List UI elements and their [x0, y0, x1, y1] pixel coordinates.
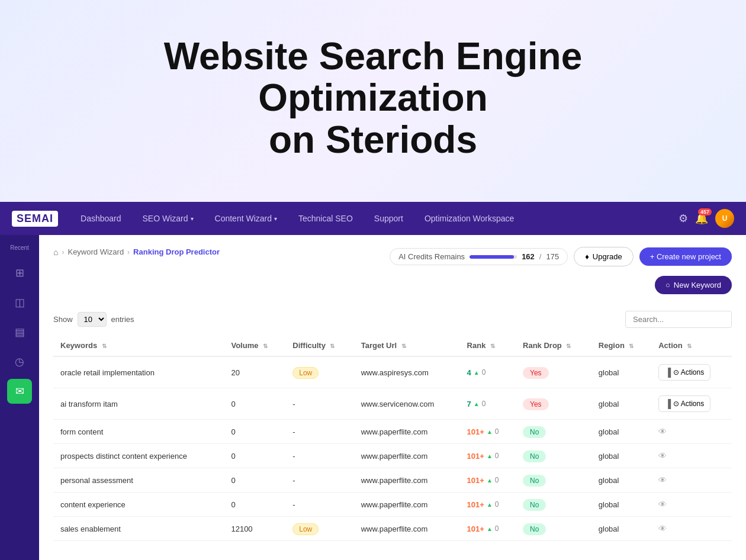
rank-cell: 101+ ▲ 0	[467, 500, 509, 509]
sidebar-icon-card[interactable]: ◫	[7, 290, 32, 315]
create-project-button[interactable]: + Create new project	[639, 247, 732, 266]
nav-optimization-workspace[interactable]: Optimization Workspace	[416, 202, 522, 235]
user-avatar[interactable]: U	[715, 209, 734, 228]
credits-current: 162	[522, 252, 535, 261]
col-region[interactable]: Region ⇅	[591, 335, 651, 356]
rank-cell: 101+ ▲ 0	[467, 476, 509, 485]
cell-target-url: www.paperflite.com	[354, 420, 460, 444]
table-row: content experience 0 - www.paperflite.co…	[53, 493, 732, 517]
sort-icon: ⇅	[490, 343, 495, 349]
logo[interactable]: SEMAI	[12, 211, 58, 227]
cell-region: global	[591, 517, 651, 541]
table-row: form content 0 - www.paperflite.com 101+…	[53, 420, 732, 444]
eye-icon[interactable]: 👁	[658, 475, 667, 485]
entries-select[interactable]: 10 25 50	[78, 312, 107, 327]
sidebar-icon-clock[interactable]: ◷	[7, 349, 32, 374]
sidebar-label: Recent	[10, 242, 29, 256]
rank-number: 101+	[467, 524, 484, 533]
cell-difficulty: -	[285, 420, 353, 444]
col-rank[interactable]: Rank ⇅	[460, 335, 516, 356]
page-content: ⌂ › Keyword Wizard › Ranking Drop Predic…	[39, 235, 746, 560]
eye-icon[interactable]: 👁	[658, 500, 667, 509]
rank-number: 101+	[467, 476, 484, 485]
cell-rank: 101+ ▲ 0	[460, 468, 516, 493]
cell-target-url: www.aspiresys.com	[354, 356, 460, 388]
cell-action: ▐ ⊙ Actions	[651, 356, 732, 388]
cell-keyword: oracle retail implementation	[53, 356, 224, 388]
cell-rank: 101+ ▲ 0	[460, 420, 516, 444]
nav-seo-wizard[interactable]: SEO Wizard ▾	[134, 202, 202, 235]
rank-arrow-icon: ▲	[487, 453, 493, 459]
bar-chart-icon: ▐	[665, 399, 671, 408]
eye-icon[interactable]: 👁	[658, 427, 667, 436]
cell-rank-drop: Yes	[516, 388, 591, 420]
table-row: sales enablement 12100 Low www.paperflit…	[53, 517, 732, 541]
sidebar-icon-table[interactable]: ▤	[7, 320, 32, 345]
rank-arrow-icon: ▲	[487, 429, 493, 435]
entries-label: entries	[111, 315, 134, 324]
sidebar-icon-layers[interactable]: ⊞	[7, 260, 32, 285]
difficulty-value: -	[292, 476, 295, 485]
table-controls: Show 10 25 50 entries	[53, 311, 732, 328]
col-action[interactable]: Action ⇅	[651, 335, 732, 356]
difficulty-value: -	[292, 500, 295, 509]
col-difficulty[interactable]: Difficulty ⇅	[285, 335, 353, 356]
rank-arrow-icon: ▲	[487, 501, 493, 508]
breadcrumb: ⌂ › Keyword Wizard › Ranking Drop Predic…	[53, 247, 220, 257]
credits-bar: AI Credits Remains 162 /175	[390, 248, 568, 265]
cell-rank-drop: No	[516, 420, 591, 444]
cell-rank: 101+ ▲ 0	[460, 493, 516, 517]
nav-dashboard[interactable]: Dashboard	[72, 202, 130, 235]
rank-cell: 101+ ▲ 0	[467, 427, 509, 436]
search-input[interactable]	[625, 311, 732, 328]
cell-difficulty: Low	[285, 356, 353, 388]
breadcrumb-keyword-wizard[interactable]: Keyword Wizard	[67, 247, 124, 256]
cell-action: 👁	[651, 493, 732, 517]
rank-drop-value: 0	[495, 427, 499, 436]
cell-region: global	[591, 468, 651, 493]
main-content: Recent ⊞ ◫ ▤ ◷ ✉ ⌂ › Keyword Wizard › Ra…	[0, 235, 746, 560]
col-rank-drop[interactable]: Rank Drop ⇅	[516, 335, 591, 356]
credits-label: AI Credits Remains	[398, 252, 465, 261]
col-keywords[interactable]: Keywords ⇅	[53, 335, 224, 356]
show-entries: Show 10 25 50 entries	[53, 312, 134, 327]
eye-icon[interactable]: 👁	[658, 451, 667, 461]
cell-keyword: ai transform itam	[53, 388, 224, 420]
col-volume[interactable]: Volume ⇅	[224, 335, 285, 356]
cell-difficulty: Low	[285, 517, 353, 541]
actions-button[interactable]: ▐ ⊙ Actions	[658, 395, 710, 412]
cell-rank-drop: Yes	[516, 356, 591, 388]
actions-button[interactable]: ▐ ⊙ Actions	[658, 364, 710, 381]
sidebar-icon-chat[interactable]: ✉	[7, 379, 32, 404]
settings-icon[interactable]: ⚙	[679, 212, 688, 225]
cell-keyword: personal assessment	[53, 468, 224, 493]
rank-drop-value: 0	[495, 452, 499, 460]
nav-support[interactable]: Support	[366, 202, 411, 235]
nav-content-wizard[interactable]: Content Wizard ▾	[207, 202, 285, 235]
eye-icon[interactable]: 👁	[658, 524, 667, 533]
cell-volume: 0	[224, 468, 285, 493]
breadcrumb-home-icon[interactable]: ⌂	[53, 247, 58, 257]
cell-rank: 101+ ▲ 0	[460, 517, 516, 541]
cell-region: global	[591, 388, 651, 420]
cell-volume: 12100	[224, 517, 285, 541]
nav-technical-seo[interactable]: Technical SEO	[290, 202, 361, 235]
navbar-right: ⚙ 🔔 457 U	[679, 209, 734, 228]
circle-icon: ○	[665, 281, 670, 289]
upgrade-button[interactable]: ♦ Upgrade	[574, 247, 634, 266]
col-target-url[interactable]: Target Url ⇅	[354, 335, 460, 356]
table-row: oracle retail implementation 20 Low www.…	[53, 356, 732, 388]
rank-drop-badge: No	[523, 426, 546, 438]
rank-arrow-icon: ▲	[487, 526, 493, 532]
rank-number: 101+	[467, 452, 484, 461]
cell-rank: 101+ ▲ 0	[460, 444, 516, 468]
notification-icon[interactable]: 🔔 457	[695, 212, 708, 225]
rank-cell: 4 ▲ 0	[467, 368, 509, 377]
new-keyword-button[interactable]: ○ New Keyword	[655, 276, 732, 294]
rank-arrow-icon: ▲	[487, 477, 493, 484]
rank-cell: 101+ ▲ 0	[467, 524, 509, 533]
rank-drop-value: 0	[495, 500, 499, 508]
cell-target-url: www.servicenow.com	[354, 388, 460, 420]
difficulty-value: -	[292, 452, 295, 461]
cell-action: 👁	[651, 444, 732, 468]
